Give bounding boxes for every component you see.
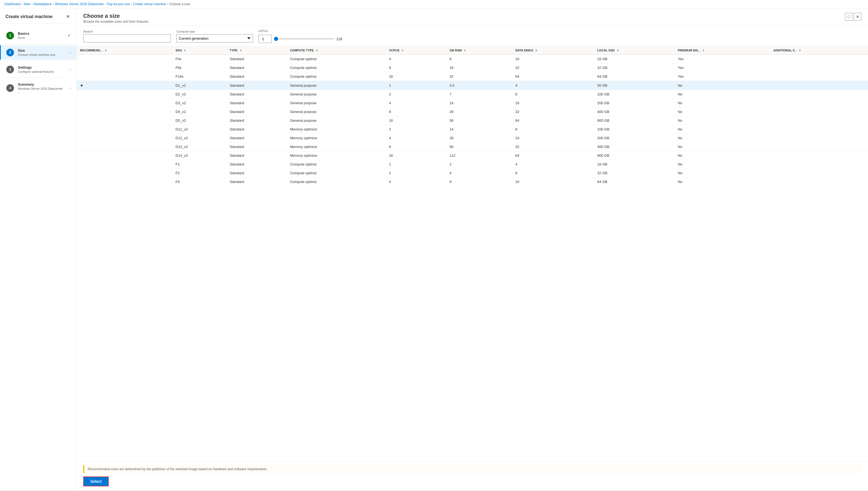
bottom-bar: Recommended sizes are determined by the … — [77, 461, 868, 490]
table-row[interactable]: ★D1_v2StandardGeneral purpose13.5450 GBN… — [77, 81, 868, 90]
sizes-table-container[interactable]: RECOMMEND... ⇕ SKU ⇕ TYPE ⇕ COMPUTE TY — [77, 47, 868, 461]
breadcrumb-dashboard[interactable]: Dashboard — [4, 2, 21, 6]
breadcrumb-marketplace[interactable]: Marketplace — [34, 2, 52, 6]
cell-additional_f — [770, 125, 868, 134]
cell-type: Standard — [226, 90, 287, 99]
cell-vcpus: 4 — [386, 54, 446, 63]
cell-data_disks: 64 — [512, 151, 594, 160]
table-row[interactable]: F8sStandardCompute optimiz8163232 GBYes — [77, 63, 868, 72]
col-additional-f[interactable]: ADDITIONAL F... ⇕ — [770, 47, 868, 54]
sort-vcpus-icon: ⇕ — [401, 49, 404, 52]
cell-recommended — [77, 125, 172, 134]
sidebar: Create virtual machine ✕ 1 Basics Done ✓… — [0, 8, 77, 490]
cell-sku: F2 — [172, 169, 226, 177]
cell-gb_ram: 7 — [446, 90, 512, 99]
table-row[interactable]: D2_v2StandardGeneral purpose278100 GBNo — [77, 90, 868, 99]
cell-gb_ram: 56 — [446, 143, 512, 151]
cell-data_disks: 8 — [512, 169, 594, 177]
cell-local_ssd: 800 GB — [594, 116, 674, 125]
vcpu-min-input[interactable] — [259, 35, 272, 43]
col-type[interactable]: TYPE ⇕ — [226, 47, 287, 54]
search-input[interactable] — [83, 34, 171, 42]
breadcrumb-new[interactable]: New — [24, 2, 30, 6]
cell-vcpus: 8 — [386, 143, 446, 151]
table-row[interactable]: D14_v2StandardMemory optimize1611264800 … — [77, 151, 868, 160]
step-1-number: 1 — [6, 32, 14, 39]
cell-recommended — [77, 99, 172, 108]
cell-local_ssd: 200 GB — [594, 99, 674, 108]
cell-recommended — [77, 72, 172, 81]
col-premium-dis[interactable]: PREMIUM DIS... ⇕ — [674, 47, 770, 54]
select-button[interactable]: Select — [83, 476, 109, 486]
cell-sku: D4_v2 — [172, 108, 226, 116]
table-row[interactable]: D4_v2StandardGeneral purpose82832400 GBN… — [77, 108, 868, 116]
cell-local_ssd: 32 GB — [594, 63, 674, 72]
table-row[interactable]: F2StandardCompute optimiz24832 GBNo — [77, 169, 868, 177]
cell-compute_type: Compute optimiz — [287, 169, 385, 177]
cell-local_ssd: 400 GB — [594, 143, 674, 151]
cell-sku: D5_v2 — [172, 116, 226, 125]
cell-sku: D14_v2 — [172, 151, 226, 160]
cell-data_disks: 16 — [512, 177, 594, 186]
minimize-button[interactable]: □ — [845, 13, 853, 21]
step-2-number: 2 — [6, 49, 14, 56]
vcpu-slider[interactable] — [274, 38, 334, 39]
step-3-number: 3 — [6, 66, 14, 73]
cell-sku: F8s — [172, 63, 226, 72]
close-panel-button[interactable]: ✕ — [854, 13, 862, 21]
cell-data_disks: 4 — [512, 81, 594, 90]
step-summary[interactable]: 4 Summary Windows Server 2016 Datacenter… — [0, 79, 76, 97]
cell-local_ssd: 50 GB — [594, 81, 674, 90]
cell-sku: D12_v2 — [172, 134, 226, 143]
compute-type-select[interactable]: All Current generation Previous generati… — [177, 34, 253, 42]
col-data-disks[interactable]: DATA DISKS ⇕ — [512, 47, 594, 54]
table-row[interactable]: F4StandardCompute optimiz481664 GBNo — [77, 177, 868, 186]
step-3-arrow: › — [70, 67, 71, 71]
col-recommended[interactable]: RECOMMEND... ⇕ — [77, 47, 172, 54]
cell-local_ssd: 16 GB — [594, 54, 674, 63]
col-compute-type[interactable]: COMPUTE TYPE ⇕ — [287, 47, 385, 54]
breadcrumb-image[interactable]: Windows Server 2016 Datacenter - Pay-as-… — [55, 2, 130, 6]
search-filter-group: Search — [83, 30, 171, 42]
step-1-desc: Done — [18, 36, 63, 39]
cell-data_disks: 16 — [512, 99, 594, 108]
cell-vcpus: 2 — [386, 90, 446, 99]
col-gb-ram[interactable]: GB RAM ⇕ — [446, 47, 512, 54]
close-button[interactable]: ✕ — [65, 13, 71, 20]
cell-local_ssd: 64 GB — [594, 177, 674, 186]
cell-recommended — [77, 108, 172, 116]
table-row[interactable]: F16sStandardCompute optimiz16326464 GBYe… — [77, 72, 868, 81]
col-local-ssd[interactable]: LOCAL SSD ⇕ — [594, 47, 674, 54]
cell-gb_ram: 28 — [446, 134, 512, 143]
cell-sku: D13_v2 — [172, 143, 226, 151]
cell-premium_dis: No — [674, 108, 770, 116]
step-settings[interactable]: 3 Settings Configure optional features › — [0, 62, 76, 77]
table-row[interactable]: F4sStandardCompute optimiz481616 GBYes — [77, 54, 868, 63]
col-vcpus[interactable]: VCPUS ⇕ — [386, 47, 446, 54]
table-row[interactable]: D13_v2StandardMemory optimize85632400 GB… — [77, 143, 868, 151]
step-basics[interactable]: 1 Basics Done ✓ — [0, 28, 76, 43]
cell-compute_type: General purpose — [287, 90, 385, 99]
divider-1 — [5, 44, 71, 44]
table-row[interactable]: D5_v2StandardGeneral purpose165664800 GB… — [77, 116, 868, 125]
steps-nav: 1 Basics Done ✓ 2 Size Choose virtual ma… — [0, 24, 76, 490]
cell-gb_ram: 14 — [446, 99, 512, 108]
cell-type: Standard — [226, 72, 287, 81]
table-row[interactable]: D3_v2StandardGeneral purpose41416200 GBN… — [77, 99, 868, 108]
col-sku[interactable]: SKU ⇕ — [172, 47, 226, 54]
cell-premium_dis: Yes — [674, 72, 770, 81]
compute-filter-group: Compute type All Current generation Prev… — [177, 30, 253, 42]
step-4-desc: Windows Server 2016 Datacenter ... — [18, 87, 66, 93]
cell-premium_dis: Yes — [674, 63, 770, 72]
table-row[interactable]: D12_v2StandardMemory optimize42816200 GB… — [77, 134, 868, 143]
search-label: Search — [83, 30, 171, 33]
table-row[interactable]: D11_v2StandardMemory optimize2148100 GBN… — [77, 125, 868, 134]
cell-recommended — [77, 151, 172, 160]
step-size[interactable]: 2 Size Choose virtual machine size › — [0, 45, 76, 60]
table-row[interactable]: F1StandardCompute optimiz12416 GBNo — [77, 160, 868, 169]
cell-gb_ram: 8 — [446, 177, 512, 186]
vcpu-label: vCPUs — [259, 29, 342, 33]
cell-type: Standard — [226, 54, 287, 63]
cell-data_disks: 64 — [512, 72, 594, 81]
breadcrumb-create-vm[interactable]: Create virtual machine — [133, 2, 166, 6]
